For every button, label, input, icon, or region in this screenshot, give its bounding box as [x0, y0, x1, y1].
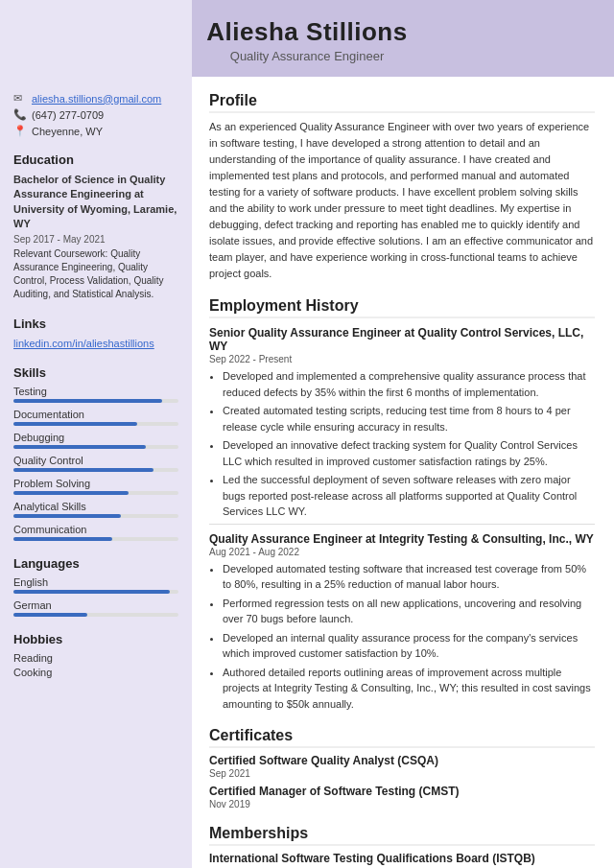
- skill-label: Problem Solving: [13, 478, 178, 489]
- hobbies-section: Hobbies ReadingCooking: [13, 632, 178, 678]
- job-bullet: Performed regression tests on all new ap…: [223, 596, 595, 627]
- language-bar-fill: [13, 613, 87, 617]
- job-bullet: Developed and implemented a comprehensiv…: [223, 368, 595, 400]
- languages-section: Languages English German: [13, 556, 178, 617]
- membership-item: International Software Testing Qualifica…: [209, 852, 595, 865]
- cert-date: Sep 2021: [209, 768, 595, 779]
- skill-bar-bg: [13, 491, 178, 495]
- job-bullet: Led the successful deployment of seven s…: [223, 472, 595, 520]
- language-item: German: [13, 599, 178, 617]
- job-title: Quality Assurance Engineer at Integrity …: [209, 532, 595, 546]
- skill-bar-fill: [13, 491, 129, 495]
- job-item: Senior Quality Assurance Engineer at Qua…: [209, 326, 595, 520]
- skill-bar-bg: [13, 445, 178, 449]
- linkedin-link[interactable]: linkedin.com/in/alieshastillions: [13, 338, 154, 349]
- contact-section: ✉ aliesha.stillions@gmail.com 📞 (647) 27…: [13, 92, 178, 137]
- skills-title: Skills: [13, 365, 178, 380]
- skill-item: Documentation: [13, 409, 178, 426]
- certificates-section-title: Certificates: [209, 727, 595, 748]
- job-date: Aug 2021 - Aug 2022: [209, 547, 595, 557]
- cert-name: Certified Manager of Software Testing (C…: [209, 785, 595, 798]
- skill-item: Quality Control: [13, 455, 178, 472]
- skill-label: Communication: [13, 524, 178, 535]
- profile-section: Profile As an experienced Quality Assura…: [209, 92, 595, 282]
- email-item: ✉ aliesha.stillions@gmail.com: [13, 92, 178, 105]
- email-icon: ✉: [13, 92, 27, 105]
- cert-name: Certified Software Quality Analyst (CSQA…: [209, 754, 595, 767]
- header-title: Quality Assurance Engineer: [19, 49, 595, 63]
- skill-bar-bg: [13, 422, 178, 426]
- skill-bar-fill: [13, 537, 112, 541]
- skill-label: Documentation: [13, 409, 178, 420]
- employment-section-title: Employment History: [209, 297, 595, 318]
- location-item: 📍 Cheyenne, WY: [13, 125, 178, 137]
- main-content: Profile As an experienced Quality Assura…: [192, 77, 614, 868]
- phone-text: (647) 277-0709: [32, 109, 104, 121]
- edu-coursework-label: Relevant Coursework:: [13, 248, 107, 259]
- job-bullet: Developed automated testing software tha…: [223, 561, 595, 593]
- skill-item: Analytical Skills: [13, 501, 178, 518]
- profile-text: As an experienced Quality Assurance Engi…: [209, 119, 595, 282]
- location-text: Cheyenne, WY: [32, 126, 103, 137]
- edu-degree: Bachelor of Science in Quality Assurance…: [13, 173, 178, 232]
- job-date: Sep 2022 - Present: [209, 354, 595, 364]
- language-bar-fill: [13, 590, 170, 594]
- education-title: Education: [13, 152, 178, 167]
- location-icon: 📍: [13, 125, 27, 137]
- skill-bar-bg: [13, 514, 178, 518]
- skill-bar-fill: [13, 422, 137, 426]
- language-bar-bg: [13, 613, 178, 617]
- job-bullets: Developed automated testing software tha…: [209, 561, 595, 713]
- skill-label: Quality Control: [13, 455, 178, 466]
- certificates-section: Certificates Certified Software Quality …: [209, 727, 595, 809]
- skill-label: Testing: [13, 386, 178, 397]
- skill-bar-fill: [13, 514, 121, 518]
- language-label: German: [13, 599, 178, 611]
- skill-item: Communication: [13, 524, 178, 541]
- job-item: Quality Assurance Engineer at Integrity …: [209, 524, 595, 713]
- links-title: Links: [13, 317, 178, 331]
- cert-date: Nov 2019: [209, 799, 595, 809]
- job-bullet: Developed an internal quality assurance …: [223, 630, 595, 662]
- skill-bar-fill: [13, 445, 146, 449]
- job-bullets: Developed and implemented a comprehensiv…: [209, 368, 595, 520]
- language-bar-bg: [13, 590, 178, 594]
- edu-date: Sep 2017 - May 2021: [13, 234, 178, 245]
- skill-bar-bg: [13, 537, 178, 541]
- skill-bar-bg: [13, 468, 178, 472]
- profile-section-title: Profile: [209, 92, 595, 113]
- skill-bar-fill: [13, 399, 162, 403]
- education-section: Education Bachelor of Science in Quality…: [13, 152, 178, 301]
- skill-bar-bg: [13, 399, 178, 403]
- hobbies-title: Hobbies: [13, 632, 178, 646]
- hobby-item: Reading: [13, 652, 178, 664]
- header-name: Aliesha Stillions: [19, 17, 595, 47]
- job-title: Senior Quality Assurance Engineer at Qua…: [209, 326, 595, 353]
- memberships-section-title: Memberships: [209, 825, 595, 846]
- skills-section: Skills Testing Documentation Debugging Q…: [13, 365, 178, 541]
- header: Aliesha Stillions Quality Assurance Engi…: [0, 0, 614, 77]
- skill-label: Debugging: [13, 432, 178, 443]
- job-bullet: Developed an innovative defect tracking …: [223, 437, 595, 469]
- languages-title: Languages: [13, 556, 178, 571]
- sidebar: ✉ aliesha.stillions@gmail.com 📞 (647) 27…: [0, 77, 192, 868]
- language-label: English: [13, 576, 178, 588]
- skill-item: Debugging: [13, 432, 178, 449]
- phone-icon: 📞: [13, 108, 27, 121]
- language-item: English: [13, 576, 178, 594]
- employment-section: Employment History Senior Quality Assura…: [209, 297, 595, 712]
- skill-label: Analytical Skills: [13, 501, 178, 512]
- skill-bar-fill: [13, 468, 154, 472]
- skill-item: Problem Solving: [13, 478, 178, 495]
- memberships-section: Memberships International Software Testi…: [209, 825, 595, 868]
- job-bullet: Authored detailed reports outlining area…: [223, 665, 595, 713]
- job-bullet: Created automated testing scripts, reduc…: [223, 403, 595, 434]
- edu-coursework: Relevant Coursework: Quality Assurance E…: [13, 247, 178, 301]
- links-section: Links linkedin.com/in/alieshastillions: [13, 317, 178, 350]
- hobby-item: Cooking: [13, 667, 178, 678]
- email-link[interactable]: aliesha.stillions@gmail.com: [32, 93, 161, 105]
- skill-item: Testing: [13, 386, 178, 403]
- phone-item: 📞 (647) 277-0709: [13, 108, 178, 121]
